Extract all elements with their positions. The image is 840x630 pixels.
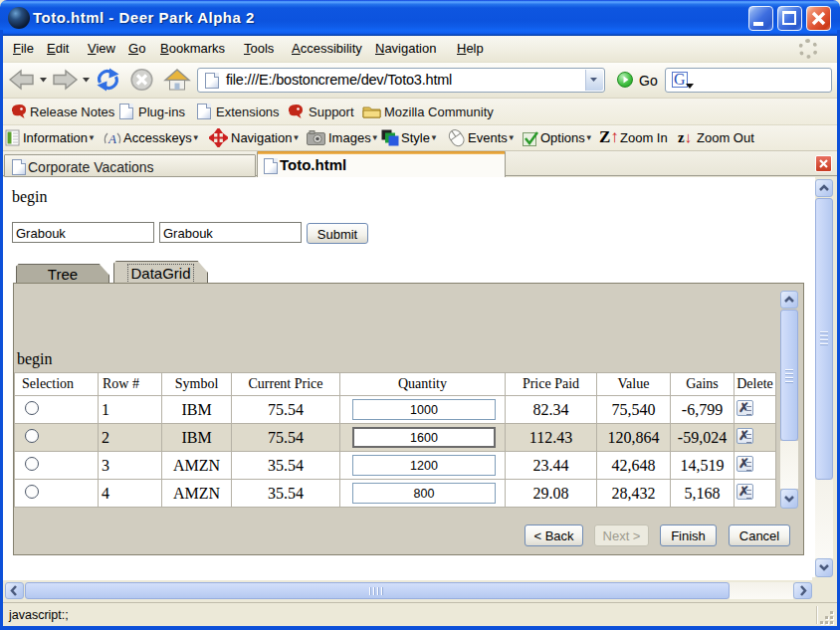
svg-text:A: A — [107, 131, 116, 146]
